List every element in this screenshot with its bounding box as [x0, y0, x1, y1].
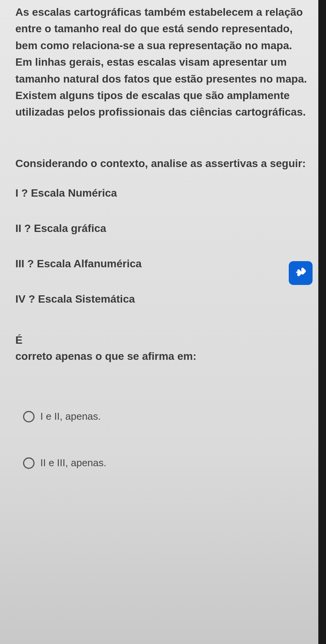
accessibility-libras-button[interactable]: [289, 261, 313, 285]
question-intro-paragraph: As escalas cartográficas também estabele…: [15, 4, 311, 121]
radio-icon[interactable]: [23, 457, 35, 469]
hands-icon: [293, 264, 309, 282]
option-1-label: I e II, apenas.: [40, 411, 101, 422]
assertion-4: IV ? Escala Sistemática: [15, 293, 311, 305]
assertion-1: I ? Escala Numérica: [15, 187, 311, 199]
device-frame-edge: [318, 0, 326, 644]
answer-prompt-line-1: É: [15, 334, 23, 346]
assertion-2: II ? Escala gráfica: [15, 222, 311, 235]
svg-point-0: [296, 272, 298, 273]
radio-icon[interactable]: [23, 411, 35, 422]
options-container: I e II, apenas. II e III, apenas.: [15, 411, 311, 469]
question-instruction: Considerando o contexto, analise as asse…: [15, 155, 311, 172]
question-content-area: As escalas cartográficas também estabele…: [0, 0, 326, 644]
option-2[interactable]: II e III, apenas.: [15, 457, 311, 469]
answer-prompt-line-2: correto apenas o que se afirma em:: [15, 350, 197, 362]
answer-prompt: É correto apenas o que se afirma em:: [15, 332, 311, 364]
option-1[interactable]: I e II, apenas.: [15, 411, 311, 422]
svg-point-1: [304, 270, 306, 271]
assertion-3: III ? Escala Alfanumérica: [15, 258, 311, 270]
option-2-label: II e III, apenas.: [40, 457, 106, 469]
